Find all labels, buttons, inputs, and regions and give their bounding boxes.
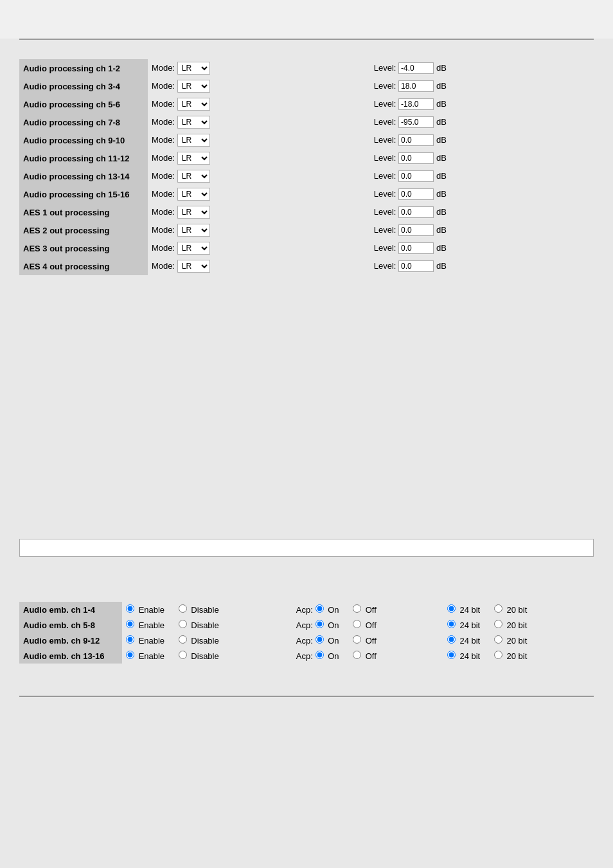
level-input[interactable] xyxy=(398,260,434,272)
level-input[interactable] xyxy=(398,170,434,182)
level-input[interactable] xyxy=(398,224,434,236)
level-label: Level: xyxy=(374,189,398,199)
level-cell: Level: dB xyxy=(370,77,594,95)
table-row: Audio processing ch 9-10Mode: LRLLRRSumL… xyxy=(19,131,594,149)
enable-radio[interactable] xyxy=(126,635,134,644)
bit20-radio[interactable] xyxy=(494,604,502,613)
bit24-radio[interactable] xyxy=(447,620,456,628)
mode-select[interactable]: LRLLRRSum xyxy=(177,62,210,75)
disable-radio[interactable] xyxy=(179,604,187,613)
bit24-radio[interactable] xyxy=(447,635,456,644)
enable-disable-cell: Enable Disable xyxy=(122,602,292,617)
bit20-label: 20 bit xyxy=(506,605,527,615)
acp-on-radio[interactable] xyxy=(315,651,324,659)
level-cell: Level: dB xyxy=(370,59,594,77)
acp-on-group: On xyxy=(315,605,347,615)
level-label: Level: xyxy=(374,135,398,145)
db-label: dB xyxy=(436,261,447,271)
level-input[interactable] xyxy=(398,98,434,110)
table-row: Audio emb. ch 13-16 Enable Disable Acp: … xyxy=(19,648,594,664)
page-container: Audio processing ch 1-2Mode: LRLLRRSumLe… xyxy=(0,39,613,868)
acp-label: Acp: xyxy=(296,651,313,661)
level-input[interactable] xyxy=(398,188,434,200)
acp-cell: Acp: On Off xyxy=(292,602,443,617)
level-input[interactable] xyxy=(398,134,434,146)
mode-cell: Mode: LRLLRRSum xyxy=(148,149,332,167)
spacer-cell xyxy=(332,257,370,275)
mode-select[interactable]: LRLLRRSum xyxy=(177,188,210,201)
acp-off-label: Off xyxy=(366,636,377,646)
acp-off-radio[interactable] xyxy=(353,604,361,613)
level-input[interactable] xyxy=(398,242,434,254)
bit20-radio[interactable] xyxy=(494,635,502,644)
table-row: Audio emb. ch 9-12 Enable Disable Acp: O… xyxy=(19,633,594,648)
mode-select[interactable]: LRLLRRSum xyxy=(177,152,210,165)
spacer-cell xyxy=(332,113,370,131)
mode-label: Mode: xyxy=(152,171,177,181)
big-spacer xyxy=(0,282,613,526)
acp-label: Acp: xyxy=(296,605,313,615)
bit20-group: 20 bit xyxy=(494,651,532,661)
acp-off-radio[interactable] xyxy=(353,620,361,628)
level-input[interactable] xyxy=(398,62,434,74)
mode-label: Mode: xyxy=(152,189,177,199)
text-input[interactable] xyxy=(19,539,594,557)
bit24-radio[interactable] xyxy=(447,604,456,613)
bit20-radio[interactable] xyxy=(494,651,502,659)
mode-select[interactable]: LRLLRRSum xyxy=(177,260,210,273)
mode-select[interactable]: LRLLRRSum xyxy=(177,224,210,237)
enable-disable-cell: Enable Disable xyxy=(122,633,292,648)
mode-select[interactable]: LRLLRRSum xyxy=(177,206,210,219)
row-label: AES 1 out processing xyxy=(19,203,148,221)
acp-off-label: Off xyxy=(366,620,377,630)
mode-select[interactable]: LRLLRRSum xyxy=(177,116,210,129)
mode-select[interactable]: LRLLRRSum xyxy=(177,98,210,111)
bit20-group: 20 bit xyxy=(494,620,532,630)
level-input[interactable] xyxy=(398,116,434,128)
acp-label: Acp: xyxy=(296,636,313,646)
level-input[interactable] xyxy=(398,152,434,164)
acp-off-radio[interactable] xyxy=(353,635,361,644)
mode-select[interactable]: LRLLRRSum xyxy=(177,134,210,147)
enable-radio[interactable] xyxy=(126,620,134,628)
bit20-group: 20 bit xyxy=(494,605,532,615)
level-input[interactable] xyxy=(398,206,434,218)
acp-off-radio[interactable] xyxy=(353,651,361,659)
disable-radio-group: Disable xyxy=(179,620,224,630)
db-label: dB xyxy=(436,171,447,181)
level-cell: Level: dB xyxy=(370,149,594,167)
mode-label: Mode: xyxy=(152,135,177,145)
mode-select[interactable]: LRLLRRSum xyxy=(177,80,210,93)
table-row: Audio processing ch 1-2Mode: LRLLRRSumLe… xyxy=(19,59,594,77)
audio-processing-table: Audio processing ch 1-2Mode: LRLLRRSumLe… xyxy=(19,59,594,275)
bit24-radio[interactable] xyxy=(447,651,456,659)
text-input-row xyxy=(19,539,594,557)
disable-radio[interactable] xyxy=(179,651,187,659)
mode-select[interactable]: LRLLRRSum xyxy=(177,242,210,255)
acp-off-label: Off xyxy=(366,651,377,661)
enable-radio[interactable] xyxy=(126,604,134,613)
spacer-cell xyxy=(332,59,370,77)
mode-label: Mode: xyxy=(152,207,177,217)
mode-cell: Mode: LRLLRRSum xyxy=(148,131,332,149)
level-cell: Level: dB xyxy=(370,221,594,239)
disable-radio[interactable] xyxy=(179,620,187,628)
mode-select[interactable]: LRLLRRSum xyxy=(177,170,210,183)
bit20-radio[interactable] xyxy=(494,620,502,628)
acp-on-radio[interactable] xyxy=(315,604,324,613)
row-label: Audio processing ch 9-10 xyxy=(19,131,148,149)
mode-cell: Mode: LRLLRRSum xyxy=(148,59,332,77)
level-input[interactable] xyxy=(398,80,434,92)
acp-on-radio[interactable] xyxy=(315,635,324,644)
bit24-group: 24 bit xyxy=(447,636,488,646)
acp-on-radio[interactable] xyxy=(315,620,324,628)
acp-cell: Acp: On Off xyxy=(292,633,443,648)
level-cell: Level: dB xyxy=(370,131,594,149)
acp-on-group: On xyxy=(315,620,347,630)
enable-radio[interactable] xyxy=(126,651,134,659)
mode-cell: Mode: LRLLRRSum xyxy=(148,185,332,203)
disable-label: Disable xyxy=(191,620,218,630)
disable-radio[interactable] xyxy=(179,635,187,644)
row-label: AES 3 out processing xyxy=(19,239,148,257)
emb-row-label: Audio emb. ch 1-4 xyxy=(19,602,122,617)
